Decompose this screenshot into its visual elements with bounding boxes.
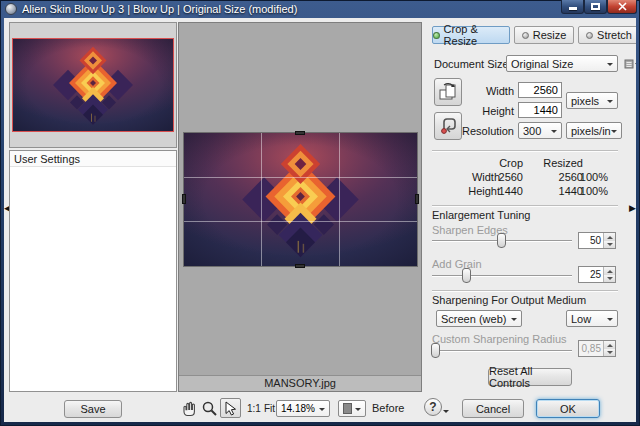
actual-size-button[interactable]: 1:1: [247, 403, 261, 414]
window-controls: [561, 0, 637, 14]
chevron-down-icon: [607, 100, 613, 106]
crop-region[interactable]: [184, 133, 417, 266]
chevron-down-icon: [319, 408, 325, 414]
units-dropdown[interactable]: pixels: [566, 92, 618, 109]
sharpen-edges-spinner: 50: [578, 232, 616, 249]
chevron-down-icon: [607, 63, 613, 69]
summary-crop-value: 2560: [470, 171, 523, 183]
divider: [432, 150, 618, 152]
chevron-down-icon: [355, 408, 361, 414]
crop-handle-top[interactable]: [295, 131, 305, 135]
help-menu-arrow-icon[interactable]: [443, 410, 449, 416]
collapse-right-panel-icon[interactable]: ▶: [629, 203, 636, 213]
fit-button[interactable]: Fit: [264, 403, 275, 414]
document-size-label: Document Size: [434, 58, 509, 70]
resized-column-header: Resized: [526, 157, 583, 169]
reset-all-controls-button[interactable]: Reset All Controls: [488, 368, 572, 386]
add-grain-spinner: 25: [578, 266, 616, 283]
units-value: pixels: [571, 95, 607, 107]
save-button[interactable]: Save: [64, 400, 122, 418]
select-tool-button[interactable]: [220, 398, 241, 418]
spinner-down-icon[interactable]: [604, 241, 615, 249]
spinner-up-icon: [604, 341, 615, 349]
output-sharpening-title: Sharpening For Output Medium: [432, 294, 586, 306]
sharpen-amount-dropdown[interactable]: Low: [566, 310, 618, 327]
close-icon: [618, 2, 627, 11]
minimize-button[interactable]: [561, 0, 584, 14]
summary-percent-value: 100%: [556, 185, 608, 197]
cancel-button[interactable]: Cancel: [462, 399, 524, 418]
grid-line: [184, 177, 417, 178]
zoom-level-value: 14.18%: [281, 403, 319, 414]
sharpen-amount-value: Low: [571, 313, 607, 325]
user-settings-panel: User Settings: [9, 150, 177, 392]
height-input[interactable]: [518, 102, 562, 118]
help-icon: ?: [429, 400, 436, 414]
blow-up-window: Alien Skin Blow Up 3 | Blow Up | Origina…: [0, 0, 640, 426]
height-label: Height: [464, 105, 514, 117]
cursor-arrow-icon: [224, 401, 237, 416]
document-size-dropdown[interactable]: Original Size: [506, 55, 618, 72]
preset-menu-button[interactable]: [624, 58, 636, 72]
crop-handle-bottom[interactable]: [295, 264, 305, 268]
enlargement-tuning-title: Enlargement Tuning: [432, 209, 530, 221]
output-medium-value: Screen (web): [441, 313, 511, 325]
before-toggle[interactable]: Before: [372, 402, 404, 414]
background-color-dropdown[interactable]: [338, 400, 366, 417]
output-medium-dropdown[interactable]: Screen (web): [436, 310, 522, 327]
chevron-down-icon: [551, 130, 557, 136]
tab-stretch[interactable]: Stretch: [578, 26, 636, 44]
spinner-down-icon: [604, 349, 615, 357]
hand-tool-button[interactable]: [178, 398, 199, 418]
sharpen-edges-slider[interactable]: [432, 233, 572, 249]
summary-percent-value: 100%: [556, 171, 608, 183]
preset-menu-icon: [624, 58, 636, 70]
slider-thumb[interactable]: [462, 268, 471, 283]
maximize-button[interactable]: [584, 0, 607, 14]
grid-line: [184, 221, 417, 222]
resolution-label: Resolution: [444, 125, 514, 137]
settings-panel: Crop & Resize Resize Stretch Document Si…: [426, 18, 626, 392]
app-icon: [5, 3, 17, 15]
chevron-down-icon: [607, 318, 613, 324]
zoom-tool-button[interactable]: [199, 398, 220, 418]
help-button[interactable]: ?: [424, 398, 442, 416]
crop-handle-left[interactable]: [182, 194, 186, 204]
spinner-up-icon[interactable]: [604, 233, 615, 241]
spinner-down-icon[interactable]: [604, 275, 615, 283]
bottom-bar: Save 1:1 Fit 14.18%: [4, 396, 636, 422]
resolution-units-dropdown[interactable]: pixels/in: [566, 122, 622, 139]
divider: [432, 290, 618, 292]
tab-crop-resize[interactable]: Crop & Resize: [432, 26, 510, 44]
window-title: Alien Skin Blow Up 3 | Blow Up | Origina…: [22, 3, 297, 15]
divider: [432, 205, 618, 207]
magnifier-icon: [201, 400, 218, 417]
close-button[interactable]: [607, 0, 637, 14]
spinner-up-icon[interactable]: [604, 267, 615, 275]
sharpen-edges-value[interactable]: 50: [579, 233, 603, 248]
grid-line: [261, 133, 262, 266]
summary-crop-value: 1440: [470, 185, 523, 197]
artwork-preview: [184, 133, 417, 266]
add-grain-slider[interactable]: [432, 268, 572, 284]
chevron-down-icon: [611, 130, 617, 136]
titlebar[interactable]: Alien Skin Blow Up 3 | Blow Up | Origina…: [0, 0, 640, 18]
crop-handle-right[interactable]: [415, 194, 419, 204]
zoom-level-dropdown[interactable]: 14.18%: [276, 400, 330, 417]
tab-resize[interactable]: Resize: [514, 26, 574, 44]
radio-dot-icon: [586, 32, 593, 39]
user-settings-header: User Settings: [10, 151, 176, 167]
image-thumbnail[interactable]: [12, 38, 174, 132]
minimize-icon: [569, 7, 577, 10]
preview-canvas[interactable]: [179, 23, 421, 375]
ok-button[interactable]: OK: [536, 399, 600, 418]
dialog-content: ◀ ▶ User Settings: [4, 18, 636, 422]
rotate-orientation-button[interactable]: [434, 78, 462, 106]
slider-thumb[interactable]: [497, 233, 506, 248]
slider-track[interactable]: [432, 275, 572, 276]
add-grain-value[interactable]: 25: [579, 267, 603, 282]
filename-label: MANSORY.jpg: [179, 375, 421, 391]
resolution-dropdown[interactable]: 300: [518, 122, 562, 139]
width-input[interactable]: [518, 82, 562, 98]
tab-label: Resize: [533, 29, 567, 41]
